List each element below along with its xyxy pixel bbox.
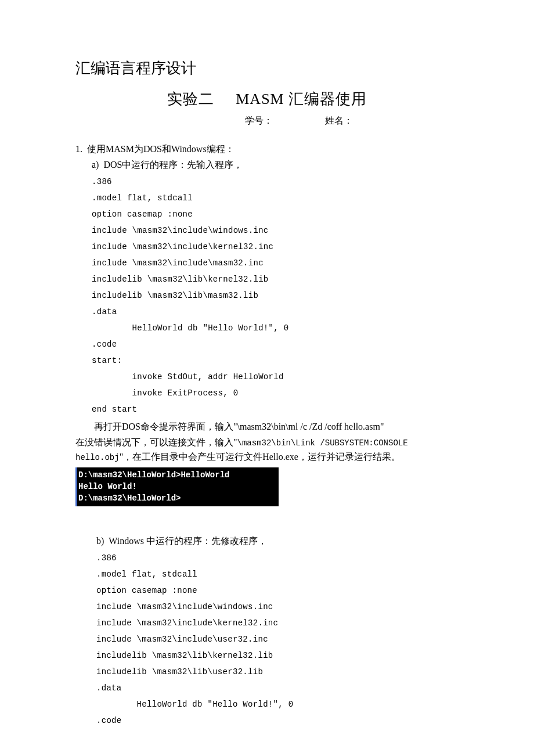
subitem-b-heading: b) Windows 中运行的程序：先修改程序， xyxy=(75,535,459,548)
subtitle-part-cn1: 实验二 xyxy=(167,91,214,107)
para2-c: "，在工作目录中会产生可运行文件 xyxy=(120,452,263,462)
section-1-text-a: 使用 xyxy=(87,144,106,154)
subtitle-part-cn2: 汇编器使用 xyxy=(288,91,367,107)
student-id-label: 学号： xyxy=(245,116,273,125)
para1-a: 再打开 xyxy=(94,422,122,431)
paragraph-2: 在没错误情况下，可以连接文件，输入"\masm32\bin\Link /SUBS… xyxy=(75,435,459,465)
student-info-line: 学号：姓名： xyxy=(75,115,459,127)
section-1-heading: 1. 使用MASM为DOS和Windows编程： xyxy=(75,143,459,156)
para2-e: ，运行并记录运行结果。 xyxy=(298,452,400,462)
section-1-text-d: DOS xyxy=(143,144,162,154)
para2-a: 在没错误情况下，可以连接文件，输入" xyxy=(75,437,237,447)
subitem-a-text-b: 中运行的程序：先输入程序， xyxy=(122,160,243,170)
subitem-a-label: a) xyxy=(92,160,99,170)
section-1-text-f: Windows xyxy=(171,144,207,154)
terminal-output: D:\masm32\HelloWorld>HelloWorld Hello Wo… xyxy=(75,467,279,506)
section-1-text-b: MASM xyxy=(106,144,134,154)
subitem-a-heading: a) DOS中运行的程序：先输入程序， xyxy=(75,159,459,171)
document-main-title: 汇编语言程序设计 xyxy=(75,58,459,78)
section-1-text-e: 和 xyxy=(162,144,171,154)
subitem-a-text-a: DOS xyxy=(103,160,122,170)
para1-c: 命令提示符界面，输入" xyxy=(140,422,237,431)
subitem-b-label: b) xyxy=(96,536,104,546)
student-name-label: 姓名： xyxy=(325,116,353,125)
subitem-b-text-b: 中运行的程序：先修改程序， xyxy=(144,536,267,546)
document-subtitle: 实验二 MASM 汇编器使用 xyxy=(75,89,459,109)
paragraph-1: 再打开DOS命令提示符界面，输入"\masm32\bin\ml /c /Zd /… xyxy=(75,420,459,434)
subtitle-part-en: MASM xyxy=(236,91,284,107)
code-block-b: .386 .model flat, stdcall option casemap… xyxy=(75,550,459,729)
section-1-text-g: 编程： xyxy=(207,144,234,154)
para1-e: " xyxy=(380,422,384,431)
section-1-number: 1. xyxy=(75,144,82,154)
subitem-b-text-a: Windows xyxy=(109,536,144,546)
para1-b: DOS xyxy=(122,422,140,431)
para1-d: \masm32\bin\ml /c /Zd /coff hello.asm xyxy=(237,422,380,431)
code-block-a: .386 .model flat, stdcall option casemap… xyxy=(75,174,459,417)
section-1-text-c: 为 xyxy=(134,144,143,154)
para2-d: Hello.exe xyxy=(262,452,298,462)
